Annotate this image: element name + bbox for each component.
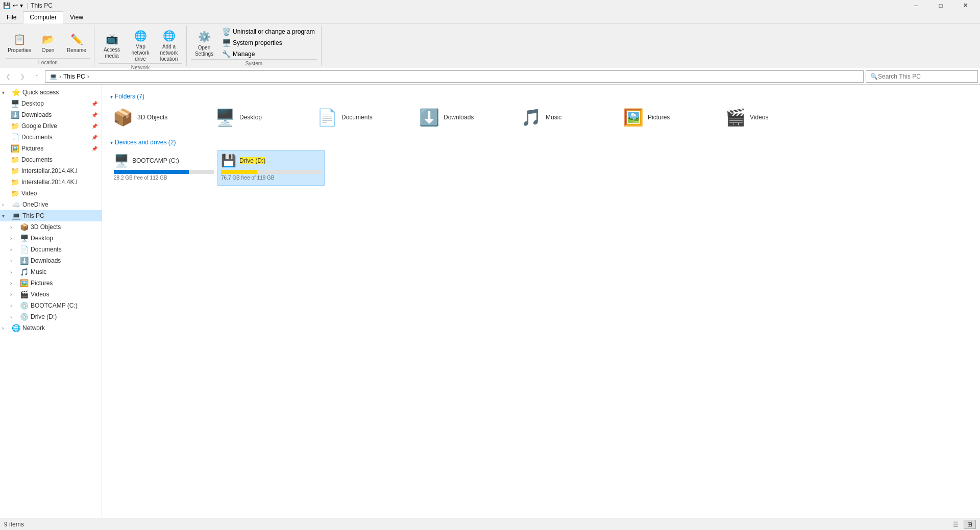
3d-objects-icon: 📦 xyxy=(19,223,29,231)
system-props-label: System properties xyxy=(233,39,282,46)
sidebar-item-downloads-nav[interactable]: › ⬇️ Downloads xyxy=(0,255,102,266)
uninstall-button[interactable]: 🗑️ Uninstall or change a program xyxy=(219,27,317,37)
tab-view[interactable]: View xyxy=(63,11,90,23)
sidebar-item-desktop-nav[interactable]: › 🖥️ Desktop xyxy=(0,233,102,244)
documents-pin: 📌 xyxy=(91,135,97,140)
sidebar-item-pictures-nav[interactable]: › 🖼️ Pictures xyxy=(0,277,102,289)
sidebar-item-pictures[interactable]: 🖼️ Pictures 📌 xyxy=(0,143,102,154)
sidebar-item-bootcamp-nav[interactable]: › 💿 BOOTCAMP (C:) xyxy=(0,300,102,311)
sidebar-item-downloads[interactable]: ⬇️ Downloads 📌 xyxy=(0,109,102,120)
sidebar-item-documents-nav[interactable]: › 📄 Documents xyxy=(0,244,102,255)
back-button[interactable]: ❮ xyxy=(2,70,14,83)
folder-desktop[interactable]: 🖥️ Desktop xyxy=(212,104,314,131)
location-group-label: Location xyxy=(6,58,90,65)
access-media-button[interactable]: 📺 Access media xyxy=(99,30,125,60)
close-button[interactable]: ✕ xyxy=(953,0,977,11)
rename-label: Rename xyxy=(67,47,86,54)
sidebar-item-google-drive[interactable]: 📁 Google Drive 📌 xyxy=(0,120,102,132)
sidebar-item-videos-nav[interactable]: › 🎬 Videos xyxy=(0,289,102,300)
system-props-button[interactable]: 🖥️ System properties xyxy=(219,38,317,48)
sidebar-item-desktop[interactable]: 🖥️ Desktop 📌 xyxy=(0,98,102,109)
sidebar-section-quick-access[interactable]: ▾ ⭐ Quick access xyxy=(0,87,102,98)
main-layout: ▾ ⭐ Quick access 🖥️ Desktop 📌 ⬇️ Downloa… xyxy=(0,85,980,518)
this-pc-icon: 💻 xyxy=(11,212,20,220)
address-path[interactable]: 💻 › This PC › xyxy=(45,70,864,83)
drive-d[interactable]: 💾 Drive (D:) 76.7 GB free of 119 GB xyxy=(217,150,325,186)
dropdown-icon[interactable]: ▾ xyxy=(20,2,23,9)
search-box[interactable]: 🔍 xyxy=(866,70,978,83)
map-network-button[interactable]: 🌐 Map network drive xyxy=(127,27,154,63)
system-group-label: System xyxy=(191,59,317,66)
downloads-pin: 📌 xyxy=(91,112,97,118)
open-button[interactable]: 📂 Open xyxy=(35,30,61,55)
devices-arrow: ▾ xyxy=(110,140,113,145)
manage-button[interactable]: 🔧 Manage xyxy=(219,49,317,59)
search-input[interactable] xyxy=(878,73,973,80)
sidebar-item-3d-objects[interactable]: › 📦 3D Objects xyxy=(0,221,102,233)
folder-pictures-icon: 🖼️ xyxy=(623,108,644,127)
folder-pictures-name: Pictures xyxy=(648,114,670,121)
view-large-button[interactable]: ⊞ xyxy=(964,520,976,529)
ribbon-group-location: 📋 Properties 📂 Open ✏️ Rename Location xyxy=(2,26,94,66)
folders-arrow: ▾ xyxy=(110,94,113,99)
video-label: Video xyxy=(21,190,97,197)
sidebar-item-video[interactable]: 📁 Video xyxy=(0,188,102,199)
sidebar-item-drive-d-nav[interactable]: › 💿 Drive (D:) xyxy=(0,311,102,322)
sidebar-section-this-pc[interactable]: ▾ 💻 This PC xyxy=(0,210,102,221)
forward-button[interactable]: ❯ xyxy=(16,70,29,83)
tab-file[interactable]: File xyxy=(0,11,23,23)
tab-computer[interactable]: Computer xyxy=(23,11,63,23)
sidebar-item-documents[interactable]: 📄 Documents 📌 xyxy=(0,132,102,143)
drive-bootcamp[interactable]: 🖥️ BOOTCAMP (C:) 28.2 GB free of 112 GB xyxy=(110,150,217,186)
network-icon: 🌐 xyxy=(11,324,20,332)
network-label: Network xyxy=(22,324,100,332)
folder-videos[interactable]: 🎬 Videos xyxy=(723,104,825,131)
sidebar-item-interstellar1[interactable]: 📁 Interstellar.2014.4K.I xyxy=(0,165,102,176)
folder-3d-objects-icon: 📦 xyxy=(113,108,133,127)
sidebar-section-onedrive[interactable]: › ☁️ OneDrive xyxy=(0,199,102,210)
add-network-button[interactable]: 🌐 Add a network location xyxy=(156,27,182,63)
bootcamp-bar xyxy=(114,170,189,174)
downloads-nav-label: Downloads xyxy=(31,257,97,264)
manage-label: Manage xyxy=(233,51,255,58)
maximize-button[interactable]: □ xyxy=(929,0,952,11)
sidebar-item-music-nav[interactable]: › 🎵 Music xyxy=(0,266,102,277)
open-icon: 📂 xyxy=(40,31,56,47)
window-title: This PC xyxy=(31,2,904,9)
folder-music[interactable]: 🎵 Music xyxy=(519,104,621,131)
folder-3d-objects-name: 3D Objects xyxy=(137,114,167,121)
folder-pictures[interactable]: 🖼️ Pictures xyxy=(621,104,723,131)
videos-nav-label: Videos xyxy=(31,291,97,298)
sidebar-item-interstellar2[interactable]: 📁 Interstellar.2014.4K.I xyxy=(0,176,102,188)
folder-documents[interactable]: 📄 Documents xyxy=(314,104,416,131)
rename-icon: ✏️ xyxy=(68,31,85,47)
sidebar-item-documents2[interactable]: 📁 Documents xyxy=(0,154,102,165)
pictures-nav-arrow: › xyxy=(10,281,17,286)
open-settings-label: Open Settings xyxy=(192,45,216,57)
bootcamp-drive-name: BOOTCAMP (C:) xyxy=(132,157,179,164)
documents-label: Documents xyxy=(21,134,89,141)
open-settings-button[interactable]: ⚙️ Open Settings xyxy=(191,28,217,58)
music-nav-icon: 🎵 xyxy=(19,268,29,276)
undo-icon: ↩ xyxy=(13,2,18,9)
downloads-label: Downloads xyxy=(21,111,89,118)
map-network-label: Map network drive xyxy=(128,44,153,62)
folders-section-header[interactable]: ▾ Folders (7) xyxy=(110,93,976,100)
interstellar2-icon: 📁 xyxy=(10,178,19,186)
view-details-button[interactable]: ☰ xyxy=(949,520,962,529)
address-chevron: › xyxy=(87,73,89,80)
folder-documents-name: Documents xyxy=(341,114,373,121)
rename-button[interactable]: ✏️ Rename xyxy=(63,30,90,55)
minimize-button[interactable]: ─ xyxy=(904,0,928,11)
drive-d-info: 76.7 GB free of 119 GB xyxy=(221,175,321,181)
folder-3d-objects[interactable]: 📦 3D Objects xyxy=(110,104,212,131)
pictures-nav-label: Pictures xyxy=(31,280,97,287)
up-button[interactable]: ↑ xyxy=(31,70,43,83)
drive-d-nav-label: Drive (D:) xyxy=(31,313,97,320)
sidebar-section-network[interactable]: › 🌐 Network xyxy=(0,322,102,334)
pictures-label: Pictures xyxy=(21,145,89,152)
folder-downloads[interactable]: ⬇️ Downloads xyxy=(416,104,519,131)
manage-icon: 🔧 xyxy=(222,50,231,58)
properties-button[interactable]: 📋 Properties xyxy=(6,30,33,55)
devices-section-header[interactable]: ▾ Devices and drives (2) xyxy=(110,139,976,146)
